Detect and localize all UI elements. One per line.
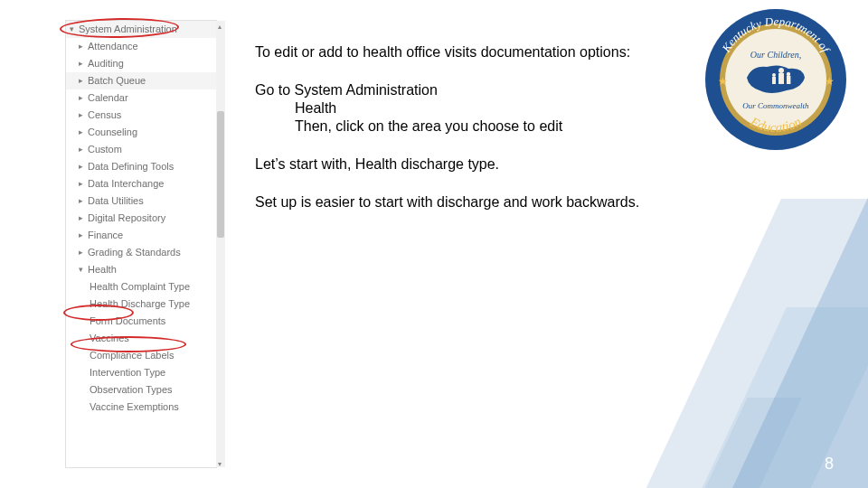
step-line-3: Then, click on the area you choose to ed… [255, 117, 662, 136]
tree-root-system-administration[interactable]: ▾ System Administration [66, 21, 216, 38]
system-admin-tree: ▾ System Administration ▸Attendance ▸Aud… [65, 20, 217, 468]
start-text: Let’s start with, Health discharge type. [255, 155, 662, 174]
tree-label: Vaccine Exemptions [90, 400, 179, 414]
tree-label: Data Interchange [88, 177, 164, 191]
tree-item-data-defining-tools[interactable]: ▸Data Defining Tools [66, 158, 216, 175]
tree-item-finance[interactable]: ▸Finance [66, 227, 216, 244]
seal-inner-bottom: Our Commonwealth [742, 101, 809, 110]
step-line-1: Go to System Administration [255, 82, 438, 98]
tree-item-vaccine-exemptions[interactable]: Vaccine Exemptions [66, 399, 216, 416]
tree-item-data-interchange[interactable]: ▸Data Interchange [66, 175, 216, 192]
caret-right-icon: ▸ [79, 74, 88, 88]
tree-item-attendance[interactable]: ▸Attendance [66, 38, 216, 55]
caret-right-icon: ▸ [79, 126, 88, 139]
slide-body-text: To edit or add to health office visits d… [255, 43, 662, 231]
caret-right-icon: ▸ [79, 143, 88, 156]
tree-label: Compliance Labels [90, 349, 175, 362]
tree-item-vaccines[interactable]: Vaccines [66, 330, 216, 347]
tree-item-compliance-labels[interactable]: Compliance Labels [66, 347, 216, 364]
svg-rect-8 [787, 76, 790, 84]
tree-label: Health Complaint Type [90, 280, 190, 294]
svg-text:★: ★ [825, 75, 835, 88]
step-line-2: Health [255, 99, 662, 117]
caret-right-icon: ▸ [79, 177, 88, 191]
tree-label: Vaccines [90, 332, 129, 345]
tree-item-custom[interactable]: ▸Custom [66, 141, 216, 158]
tree-item-batch-queue[interactable]: ▸Batch Queue [66, 72, 216, 89]
caret-right-icon: ▸ [79, 229, 88, 242]
tree-label: Data Utilities [88, 194, 144, 208]
caret-right-icon: ▸ [79, 211, 88, 225]
caret-right-icon: ▸ [79, 40, 88, 53]
tree-item-form-documents[interactable]: Form Documents [66, 313, 216, 330]
svg-text:★: ★ [718, 75, 728, 88]
tree-label: Attendance [88, 40, 138, 53]
caret-right-icon: ▸ [79, 91, 88, 105]
kde-seal-logo: Kentucky Department of Education Our Chi… [703, 7, 848, 152]
svg-point-7 [787, 72, 790, 76]
tree-item-health[interactable]: ▾Health [66, 261, 216, 278]
tree-item-counseling[interactable]: ▸Counseling [66, 124, 216, 141]
caret-right-icon: ▸ [79, 160, 88, 174]
tree-label: System Administration [79, 23, 177, 36]
tree-label: Custom [88, 143, 122, 156]
tree-item-census[interactable]: ▸Census [66, 107, 216, 124]
tree-label: Observation Types [90, 383, 173, 397]
steps-block: Go to System Administration Health Then,… [255, 81, 662, 136]
scrollbar-track[interactable]: ▴ ▾ [216, 21, 225, 467]
tree-item-observation-types[interactable]: Observation Types [66, 381, 216, 399]
tree-label: Census [88, 108, 121, 122]
caret-down-icon: ▾ [79, 263, 88, 277]
tree-label: Form Documents [90, 314, 165, 328]
tree-label: Health [88, 263, 117, 277]
tree-item-health-discharge-type[interactable]: Health Discharge Type [66, 296, 216, 313]
tree-label: Digital Repository [88, 211, 165, 225]
tree-item-digital-repository[interactable]: ▸Digital Repository [66, 210, 216, 227]
tree-item-health-complaint-type[interactable]: Health Complaint Type [66, 278, 216, 296]
tree-label: Grading & Standards [88, 246, 181, 259]
tree-label: Auditing [88, 57, 124, 70]
caret-right-icon: ▸ [79, 108, 88, 122]
svg-point-9 [772, 73, 776, 77]
scroll-up-icon[interactable]: ▴ [218, 23, 223, 28]
tree-label: Counseling [88, 126, 137, 139]
tree-item-grading-standards[interactable]: ▸Grading & Standards [66, 244, 216, 261]
svg-point-5 [778, 68, 784, 73]
caret-right-icon: ▸ [79, 57, 88, 70]
scrollbar-thumb[interactable] [217, 111, 224, 238]
tree-item-intervention-type[interactable]: Intervention Type [66, 364, 216, 381]
caret-down-icon: ▾ [70, 23, 79, 36]
tree-item-calendar[interactable]: ▸Calendar [66, 89, 216, 107]
intro-text: To edit or add to health office visits d… [255, 43, 662, 61]
tree-label: Health Discharge Type [90, 297, 190, 311]
tip-text: Set up is easier to start with discharge… [255, 193, 662, 211]
svg-rect-10 [772, 77, 776, 84]
seal-inner-top: Our Children, [750, 50, 801, 60]
caret-right-icon: ▸ [79, 194, 88, 208]
caret-right-icon: ▸ [79, 246, 88, 259]
tree-label: Intervention Type [90, 366, 165, 380]
scroll-down-icon[interactable]: ▾ [218, 460, 223, 465]
tree-item-data-utilities[interactable]: ▸Data Utilities [66, 192, 216, 210]
svg-rect-6 [778, 73, 784, 84]
tree-label: Data Defining Tools [88, 160, 174, 174]
tree-label: Calendar [88, 91, 128, 105]
page-number: 8 [825, 455, 834, 474]
tree-label: Finance [88, 229, 123, 242]
tree-label: Batch Queue [88, 74, 146, 88]
tree-item-auditing[interactable]: ▸Auditing [66, 55, 216, 72]
